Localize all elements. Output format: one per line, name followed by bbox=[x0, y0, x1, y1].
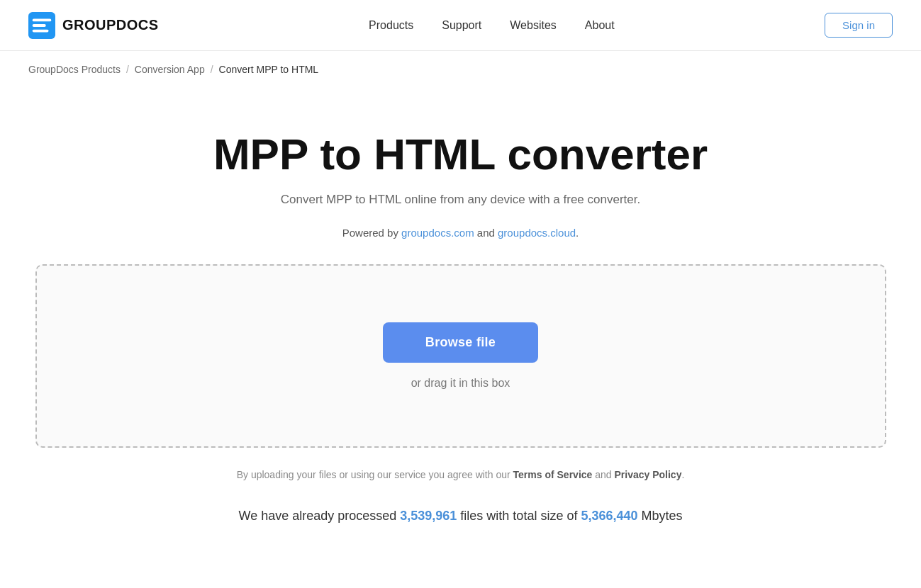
nav-websites[interactable]: Websites bbox=[510, 19, 557, 32]
privacy-link[interactable]: Privacy Policy bbox=[614, 469, 681, 480]
breadcrumb-section[interactable]: Conversion App bbox=[135, 64, 205, 75]
svg-rect-3 bbox=[33, 29, 49, 32]
nav-products[interactable]: Products bbox=[369, 19, 413, 32]
logo-text: GROUPDOCS bbox=[62, 17, 159, 33]
powered-by-suffix: . bbox=[576, 227, 579, 239]
logo[interactable]: GROUPDOCS bbox=[28, 12, 159, 39]
page-title: MPP to HTML converter bbox=[213, 130, 708, 179]
breadcrumb-current: Convert MPP to HTML bbox=[219, 64, 319, 75]
stats-suffix: Mbytes bbox=[638, 509, 683, 523]
breadcrumb-sep-1: / bbox=[126, 64, 129, 75]
breadcrumb-sep-2: / bbox=[211, 64, 213, 75]
main-content: MPP to HTML converter Convert MPP to HTM… bbox=[0, 88, 921, 552]
signin-button[interactable]: Sign in bbox=[825, 13, 893, 38]
powered-by-prefix: Powered by bbox=[342, 227, 401, 239]
powered-by: Powered by groupdocs.com and groupdocs.c… bbox=[342, 227, 579, 239]
nav-support[interactable]: Support bbox=[442, 19, 481, 32]
tos-text: By uploading your files or using our ser… bbox=[237, 469, 685, 480]
nav-about[interactable]: About bbox=[585, 19, 615, 32]
breadcrumb-root[interactable]: GroupDocs Products bbox=[28, 64, 121, 75]
powered-by-mid: and bbox=[474, 227, 498, 239]
drop-zone[interactable]: Browse file or drag it in this box bbox=[35, 264, 886, 448]
stats: We have already processed 3,539,961 file… bbox=[238, 509, 682, 524]
tos-prefix: By uploading your files or using our ser… bbox=[237, 469, 513, 480]
svg-rect-2 bbox=[33, 24, 46, 27]
tos-mid: and bbox=[592, 469, 614, 480]
stats-size: 5,366,440 bbox=[581, 509, 637, 523]
groupdocs-cloud-link[interactable]: groupdocs.cloud bbox=[498, 227, 576, 239]
groupdocs-com-link[interactable]: groupdocs.com bbox=[401, 227, 474, 239]
drag-text: or drag it in this box bbox=[411, 377, 510, 390]
svg-rect-1 bbox=[33, 18, 52, 21]
tos-link[interactable]: Terms of Service bbox=[513, 469, 593, 480]
breadcrumb: GroupDocs Products / Conversion App / Co… bbox=[0, 51, 921, 88]
browse-file-button[interactable]: Browse file bbox=[383, 322, 538, 363]
tos-suffix: . bbox=[681, 469, 684, 480]
subtitle: Convert MPP to HTML online from any devi… bbox=[281, 193, 640, 207]
stats-prefix: We have already processed bbox=[238, 509, 400, 523]
stats-mid: files with total size of bbox=[457, 509, 581, 523]
stats-files: 3,539,961 bbox=[400, 509, 457, 523]
groupdocs-logo-icon bbox=[28, 12, 55, 39]
main-nav: Products Support Websites About bbox=[369, 19, 615, 32]
